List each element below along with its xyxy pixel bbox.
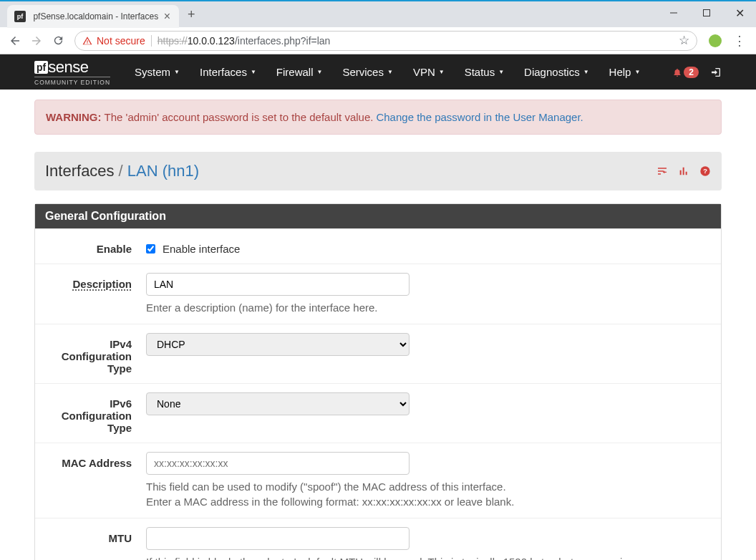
notification-count-badge: 2	[684, 67, 699, 78]
not-secure-label: Not secure	[97, 35, 145, 47]
description-input[interactable]	[146, 273, 410, 296]
row-ipv4cfg: IPv4 Configuration Type DHCP	[35, 324, 721, 383]
mac-address-input[interactable]	[146, 452, 410, 475]
menu-status[interactable]: Status▼	[456, 60, 513, 84]
new-tab-button[interactable]: +	[188, 7, 195, 22]
back-button[interactable]	[4, 30, 26, 52]
label-mtu: MTU	[46, 527, 146, 544]
general-config-section: General Configuration Enable Enable inte…	[34, 203, 722, 560]
chevron-down-icon: ▼	[583, 69, 589, 75]
browser-chrome: pf pfSense.localdomain - Interfaces × + …	[0, 0, 756, 54]
window-minimize[interactable]	[657, 1, 690, 24]
chevron-down-icon: ▼	[387, 69, 393, 75]
forward-button[interactable]	[26, 30, 47, 52]
tab-title: pfSense.localdomain - Interfaces	[31, 11, 161, 21]
chevron-down-icon: ▼	[174, 69, 180, 75]
bookmark-star-icon[interactable]: ☆	[679, 33, 689, 48]
warning-text: The 'admin' account password is set to t…	[105, 111, 374, 123]
main-menu: System▼ Interfaces▼ Firewall▼ Services▼ …	[126, 60, 649, 84]
chevron-down-icon: ▼	[251, 69, 256, 75]
row-enable: Enable Enable interface	[35, 228, 721, 264]
logout-icon[interactable]	[710, 67, 722, 78]
warning-label: WARNING:	[46, 111, 102, 123]
menu-vpn[interactable]: VPN▼	[404, 60, 453, 84]
row-description: Description Enter a description (name) f…	[35, 264, 721, 324]
label-ipv4cfg: IPv4 Configuration Type	[46, 333, 146, 375]
label-description: Description	[46, 273, 146, 290]
url-text: https://10.0.0.123/interfaces.php?if=lan	[158, 35, 331, 47]
svg-text:?: ?	[703, 168, 707, 175]
enable-checkbox[interactable]	[146, 244, 155, 254]
menu-help[interactable]: Help▼	[601, 60, 649, 84]
help-icon[interactable]: ?	[699, 165, 711, 177]
app-topnav: pfsense COMMUNITY EDITION System▼ Interf…	[0, 54, 756, 90]
menu-firewall[interactable]: Firewall▼	[268, 60, 331, 84]
menu-diagnostics[interactable]: Diagnostics▼	[515, 60, 597, 84]
breadcrumb-root[interactable]: Interfaces	[45, 162, 115, 180]
page-body: WARNING: The 'admin' account password is…	[0, 90, 756, 560]
enable-check-label: Enable interface	[163, 243, 240, 255]
breadcrumb-panel: Interfaces / LAN (hn1) ?	[34, 152, 722, 190]
section-header: General Configuration	[35, 204, 721, 228]
bell-icon	[672, 67, 682, 78]
mtu-input[interactable]	[146, 527, 410, 550]
window-maximize[interactable]	[690, 1, 723, 24]
change-password-link[interactable]: Change the password in the User Manager.	[376, 111, 583, 123]
menu-interfaces[interactable]: Interfaces▼	[191, 60, 265, 84]
label-ipv6cfg: IPv6 Configuration Type	[46, 392, 146, 434]
ipv6cfg-select[interactable]: None	[146, 392, 410, 415]
row-ipv6cfg: IPv6 Configuration Type None	[35, 383, 721, 443]
menu-system[interactable]: System▼	[126, 60, 188, 84]
address-bar[interactable]: Not secure https://10.0.0.123/interfaces…	[74, 31, 697, 51]
browser-menu-icon[interactable]: ⋮	[727, 33, 752, 49]
chevron-down-icon: ▼	[317, 69, 323, 75]
browser-toolbar: Not secure https://10.0.0.123/interfaces…	[0, 27, 756, 54]
chevron-down-icon: ▼	[439, 69, 445, 75]
warning-alert: WARNING: The 'admin' account password is…	[34, 100, 722, 135]
ipv4cfg-select[interactable]: DHCP	[146, 333, 410, 356]
logo-text: sense	[48, 58, 88, 77]
pfsense-logo[interactable]: pfsense COMMUNITY EDITION	[34, 58, 110, 86]
breadcrumb-separator: /	[115, 162, 127, 180]
chevron-down-icon: ▼	[634, 69, 640, 75]
breadcrumb-current[interactable]: LAN (hn1)	[127, 162, 199, 180]
browser-tab[interactable]: pf pfSense.localdomain - Interfaces ×	[7, 5, 179, 28]
label-mac: MAC Address	[46, 452, 146, 469]
not-secure-indicator[interactable]: Not secure	[82, 35, 152, 47]
settings-sliders-icon[interactable]	[656, 165, 668, 177]
bar-chart-icon[interactable]	[678, 165, 689, 177]
extension-icon[interactable]	[709, 34, 722, 47]
close-tab-icon[interactable]: ×	[161, 10, 173, 23]
window-controls: ✕	[657, 1, 756, 24]
row-mac: MAC Address This field can be used to mo…	[35, 443, 721, 518]
logo-prefix: pf	[34, 61, 48, 74]
reload-button[interactable]	[47, 30, 69, 52]
row-mtu: MTU If this field is blank, the adapter'…	[35, 518, 721, 560]
label-enable: Enable	[46, 238, 146, 255]
warning-triangle-icon	[82, 36, 92, 46]
notifications-button[interactable]: 2	[672, 67, 699, 78]
svg-rect-1	[704, 10, 710, 16]
mac-help: This field can be used to modify ("spoof…	[146, 479, 710, 509]
browser-titlebar: pf pfSense.localdomain - Interfaces × + …	[0, 1, 756, 27]
favicon: pf	[14, 11, 26, 22]
mtu-help: If this field is blank, the adapter's de…	[146, 554, 710, 560]
window-close[interactable]: ✕	[723, 1, 756, 24]
menu-services[interactable]: Services▼	[334, 60, 401, 84]
chevron-down-icon: ▼	[498, 69, 504, 75]
logo-subtitle: COMMUNITY EDITION	[34, 77, 110, 86]
description-help: Enter a description (name) for the inter…	[146, 300, 710, 315]
